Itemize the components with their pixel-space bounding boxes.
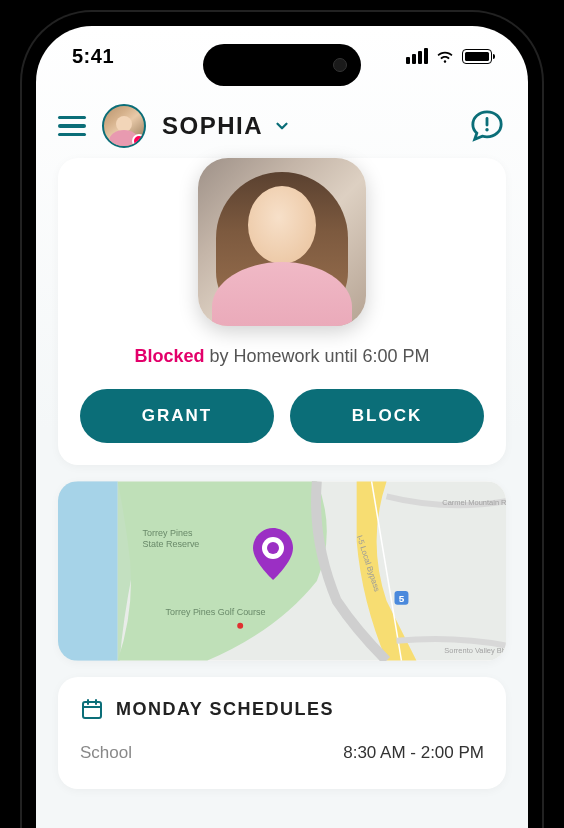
alert-button[interactable] xyxy=(468,107,506,145)
schedules-card: MONDAY SCHEDULES School 8:30 AM - 2:00 P… xyxy=(58,677,506,789)
alert-speech-icon xyxy=(470,109,504,143)
status-icons xyxy=(406,46,492,66)
block-button[interactable]: BLOCK xyxy=(290,389,484,443)
profile-avatar-small[interactable] xyxy=(102,104,146,148)
battery-icon xyxy=(462,49,492,64)
svg-point-1 xyxy=(485,128,488,131)
cellular-icon xyxy=(406,48,428,64)
chevron-down-icon xyxy=(273,117,291,135)
svg-rect-10 xyxy=(83,702,101,718)
app-header: SOPHIA xyxy=(58,94,506,168)
phone-mock: 5:41 SOPHIA xyxy=(22,12,542,828)
schedule-row[interactable]: School 8:30 AM - 2:00 PM xyxy=(80,737,484,769)
schedules-title: MONDAY SCHEDULES xyxy=(116,699,334,720)
svg-text:5: 5 xyxy=(399,593,405,604)
wifi-icon xyxy=(435,46,455,66)
action-buttons: GRANT BLOCK xyxy=(80,389,484,443)
profile-selector[interactable]: SOPHIA xyxy=(162,112,291,140)
map-card[interactable]: 5 Torrey PinesState Reserve Torrey Pines… xyxy=(58,481,506,661)
status-word: Blocked xyxy=(134,346,204,366)
status-card: Blocked by Homework until 6:00 PM GRANT … xyxy=(58,158,506,465)
svg-point-9 xyxy=(267,542,279,554)
status-time: 5:41 xyxy=(72,45,114,68)
dynamic-island xyxy=(203,44,361,86)
notification-dot xyxy=(132,134,146,148)
svg-rect-3 xyxy=(58,481,118,660)
status-detail: by Homework until 6:00 PM xyxy=(204,346,429,366)
status-text: Blocked by Homework until 6:00 PM xyxy=(80,346,484,367)
map-label-rd1: Carmel Mountain Rd xyxy=(442,498,506,507)
schedule-label: School xyxy=(80,743,132,763)
svg-point-5 xyxy=(237,623,243,629)
map-label-rd2: Sorrento Valley Blvd xyxy=(444,646,506,655)
screen: 5:41 SOPHIA xyxy=(36,26,528,828)
phone-frame: 5:41 SOPHIA xyxy=(22,12,542,828)
schedule-time: 8:30 AM - 2:00 PM xyxy=(343,743,484,763)
schedules-header: MONDAY SCHEDULES xyxy=(80,697,484,721)
profile-name: SOPHIA xyxy=(162,112,263,140)
side-button xyxy=(542,272,548,382)
map-label-golf: Torrey Pines Golf Course xyxy=(166,607,266,617)
menu-button[interactable] xyxy=(58,116,86,137)
map-label-reserve: Torrey PinesState Reserve xyxy=(143,528,200,549)
grant-button[interactable]: GRANT xyxy=(80,389,274,443)
profile-avatar-large xyxy=(198,158,366,326)
location-pin-icon xyxy=(249,526,297,588)
calendar-icon xyxy=(80,697,104,721)
app-content: SOPHIA Blocked by H xyxy=(36,94,528,828)
